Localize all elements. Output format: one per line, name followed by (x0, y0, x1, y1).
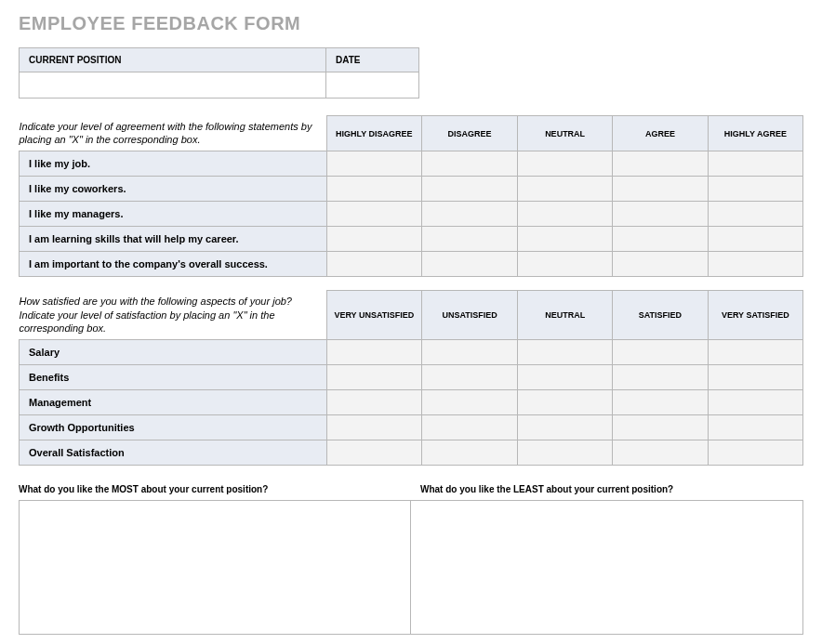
matrix-cell[interactable] (708, 390, 802, 415)
matrix-cell[interactable] (708, 202, 802, 227)
table-row: I am learning skills that will help my c… (20, 227, 803, 252)
row-label: Management (20, 390, 327, 415)
table-row: Benefits (20, 365, 803, 390)
matrix-cell[interactable] (517, 202, 613, 227)
table-row: I like my coworkers. (20, 177, 803, 202)
row-label: Salary (20, 340, 327, 365)
col-header: VERY SATISFIED (708, 291, 802, 340)
matrix-cell[interactable] (708, 177, 802, 202)
matrix-cell[interactable] (613, 340, 708, 365)
least-textarea[interactable] (411, 500, 803, 635)
position-input[interactable] (20, 72, 326, 99)
position-header: CURRENT POSITION (20, 48, 326, 72)
matrix-cell[interactable] (326, 252, 422, 277)
most-question-label: What do you like the MOST about your cur… (19, 480, 411, 500)
matrix-cell[interactable] (326, 440, 422, 466)
table-row: I like my job. (20, 151, 803, 177)
satisfaction-matrix: How satisfied are you with the following… (19, 290, 803, 466)
matrix-cell[interactable] (517, 252, 613, 277)
row-label: I like my coworkers. (20, 177, 327, 202)
table-row: Growth Opportunities (20, 415, 803, 440)
form-title: EMPLOYEE FEEDBACK FORM (19, 13, 803, 34)
matrix-cell[interactable] (613, 252, 708, 277)
least-question-label: What do you like the LEAST about your cu… (411, 480, 803, 500)
info-table: CURRENT POSITION DATE (19, 47, 419, 99)
matrix-cell[interactable] (613, 202, 708, 227)
matrix-cell[interactable] (613, 151, 708, 177)
matrix-cell[interactable] (708, 151, 802, 177)
col-header: DISAGREE (422, 116, 518, 151)
agreement-matrix: Indicate your level of agreement with th… (19, 115, 803, 277)
col-header: AGREE (613, 116, 708, 151)
row-label: Overall Satisfaction (20, 440, 327, 466)
matrix-cell[interactable] (326, 151, 422, 177)
matrix-cell[interactable] (708, 340, 802, 365)
matrix-cell[interactable] (422, 227, 518, 252)
matrix-cell[interactable] (422, 252, 518, 277)
most-textarea[interactable] (19, 500, 411, 635)
matrix-cell[interactable] (518, 440, 613, 466)
matrix-cell[interactable] (708, 365, 802, 390)
matrix-cell[interactable] (517, 151, 613, 177)
matrix-cell[interactable] (518, 365, 613, 390)
matrix-cell[interactable] (708, 252, 802, 277)
row-label: I am important to the company's overall … (20, 252, 327, 277)
table-row: I like my managers. (20, 202, 803, 227)
matrix-cell[interactable] (708, 440, 802, 466)
row-label: I am learning skills that will help my c… (20, 227, 327, 252)
col-header: NEUTRAL (518, 291, 613, 340)
matrix-cell[interactable] (422, 340, 518, 365)
matrix-cell[interactable] (518, 415, 613, 440)
matrix-cell[interactable] (613, 365, 708, 390)
col-header: NEUTRAL (517, 116, 613, 151)
row-label: I like my job. (20, 151, 327, 177)
matrix-cell[interactable] (613, 440, 708, 466)
matrix-cell[interactable] (708, 415, 802, 440)
date-input[interactable] (326, 72, 419, 99)
agreement-instructions: Indicate your level of agreement with th… (20, 116, 326, 151)
table-row: Salary (20, 340, 803, 365)
col-header: HIGHLY DISAGREE (326, 116, 422, 151)
matrix-cell[interactable] (422, 390, 518, 415)
row-label: Growth Opportunities (20, 415, 327, 440)
col-header: VERY UNSATISFIED (326, 291, 422, 340)
matrix-cell[interactable] (326, 177, 422, 202)
free-text-section: What do you like the MOST about your cur… (19, 480, 803, 638)
matrix-cell[interactable] (326, 227, 422, 252)
matrix-cell[interactable] (518, 390, 613, 415)
matrix-cell[interactable] (517, 227, 613, 252)
matrix-cell[interactable] (422, 202, 518, 227)
matrix-cell[interactable] (326, 390, 422, 415)
table-row: I am important to the company's overall … (20, 252, 803, 277)
matrix-cell[interactable] (613, 227, 708, 252)
col-header: HIGHLY AGREE (708, 116, 802, 151)
matrix-cell[interactable] (613, 177, 708, 202)
matrix-cell[interactable] (422, 440, 518, 466)
date-header: DATE (326, 48, 419, 72)
matrix-cell[interactable] (422, 151, 518, 177)
matrix-cell[interactable] (326, 365, 422, 390)
matrix-cell[interactable] (518, 340, 613, 365)
col-header: UNSATISFIED (422, 291, 518, 340)
table-row: Management (20, 390, 803, 415)
matrix-cell[interactable] (422, 177, 518, 202)
matrix-cell[interactable] (422, 415, 518, 440)
table-row: Overall Satisfaction (20, 440, 803, 466)
row-label: I like my managers. (20, 202, 327, 227)
matrix-cell[interactable] (613, 415, 708, 440)
matrix-cell[interactable] (326, 202, 422, 227)
col-header: SATISFIED (613, 291, 708, 340)
matrix-cell[interactable] (613, 390, 708, 415)
matrix-cell[interactable] (422, 365, 518, 390)
matrix-cell[interactable] (708, 227, 802, 252)
matrix-cell[interactable] (326, 340, 422, 365)
matrix-cell[interactable] (326, 415, 422, 440)
satisfaction-instructions: How satisfied are you with the following… (20, 291, 326, 340)
row-label: Benefits (20, 365, 327, 390)
matrix-cell[interactable] (517, 177, 613, 202)
